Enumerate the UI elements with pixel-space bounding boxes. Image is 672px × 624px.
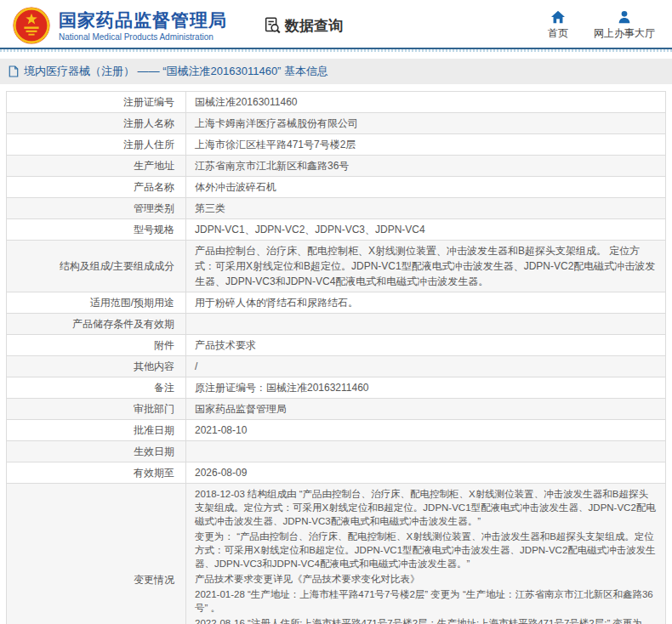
table-row: 有效期至2026-08-09 <box>7 462 666 484</box>
change-paragraph: 2021-01-28 “生产地址：上海市桂平路471号7号楼2层” 变更为 “生… <box>195 587 657 615</box>
table-row: 结构及组成/主要组成成分产品由控制台、治疗床、配电控制柜、X射线测位装置、冲击波… <box>7 241 666 292</box>
row-value: 江苏省南京市江北新区和鑫路36号 <box>186 156 666 177</box>
row-label: 注册人名称 <box>7 113 186 134</box>
header-nav: 首页 网上办事大厅 <box>548 10 660 41</box>
table-row: 备注原注册证编号：国械注准20163211460 <box>7 377 666 399</box>
row-value <box>186 314 666 335</box>
row-label: 变更情况 <box>7 484 186 624</box>
table-row: 变更情况2018-12-03 结构组成由 “产品由控制台、治疗床、配电控制柜、X… <box>7 484 666 624</box>
registration-info: 注册证编号国械注准20163011460注册人名称上海卡姆南洋医疗器械股份有限公… <box>6 91 666 624</box>
row-label: 适用范围/预期用途 <box>7 292 186 314</box>
row-label: 管理类别 <box>7 198 186 219</box>
row-label: 审批部门 <box>7 399 186 420</box>
breadcrumb-text: 境内医疗器械（注册） —— “国械注准20163011460” 基本信息 <box>24 64 328 79</box>
row-label: 其他内容 <box>7 356 186 377</box>
change-paragraph: 2018-12-03 结构组成由 “产品由控制台、治疗床、配电控制柜、X射线测位… <box>195 486 657 529</box>
row-label: 注册证编号 <box>7 92 186 113</box>
table-row: 注册人住所上海市徐汇区桂平路471号7号楼2层 <box>7 134 666 156</box>
row-value: 2018-12-03 结构组成由 “产品由控制台、治疗床、配电控制柜、X射线测位… <box>186 484 666 624</box>
row-label: 生效日期 <box>7 441 186 462</box>
nav-home[interactable]: 首页 <box>548 10 568 41</box>
row-value: 上海市徐汇区桂平路471号7号楼2层 <box>186 134 666 156</box>
change-paragraph: 2022-08-16 “注册人住所:上海市桂平路471号7号楼2层；生产地址:上… <box>195 615 657 624</box>
table-row: 生产地址江苏省南京市江北新区和鑫路36号 <box>7 156 666 177</box>
header-divider <box>0 49 672 52</box>
change-paragraph: 变更为： “产品由控制台、治疗床、配电控制柜、X射线测位装置、冲击波发生器和B超… <box>195 529 657 571</box>
row-value: 2021-08-10 <box>186 420 666 441</box>
row-label: 型号规格 <box>7 219 186 241</box>
person-icon <box>618 10 631 24</box>
row-value: 国械注准20163011460 <box>186 92 666 113</box>
site-title-en: National Medical Products Administration <box>59 32 227 42</box>
row-value: 国家药品监督管理局 <box>186 399 666 420</box>
row-label: 结构及组成/主要组成成分 <box>7 241 186 292</box>
table-row: 附件产品技术要求 <box>7 335 666 356</box>
row-value: JDPN-VC1、JDPN-VC2、JDPN-VC3、JDPN-VC4 <box>186 219 666 241</box>
document-icon <box>9 65 19 77</box>
nav-service-hall[interactable]: 网上办事大厅 <box>594 10 655 41</box>
table-row: 审批部门国家药品监督管理局 <box>7 399 666 420</box>
table-row: 生效日期 <box>7 441 666 462</box>
row-label: 产品储存条件及有效期 <box>7 314 186 335</box>
row-value: 产品由控制台、治疗床、配电控制柜、X射线测位装置、冲击波发生器和B超探头支架组成… <box>186 241 666 292</box>
row-value: 2026-08-09 <box>186 462 666 484</box>
data-query-section[interactable]: 数据查询 <box>263 16 343 36</box>
row-label: 产品名称 <box>7 177 186 198</box>
row-value: 产品技术要求 <box>186 335 666 356</box>
row-value: 第三类 <box>186 198 666 219</box>
row-label: 批准日期 <box>7 420 186 441</box>
row-label: 附件 <box>7 335 186 356</box>
table-row: 注册证编号国械注准20163011460 <box>7 92 666 113</box>
row-value: 原注册证编号：国械注准20163211460 <box>186 377 666 399</box>
site-title: 国家药品监督管理局 National Medical Products Admi… <box>59 10 227 42</box>
breadcrumb: 境内医疗器械（注册） —— “国械注准20163011460” 基本信息 <box>0 59 672 84</box>
table-row: 产品储存条件及有效期 <box>7 314 666 335</box>
nav-home-label: 首页 <box>548 26 568 41</box>
change-paragraph: 产品技术要求变更详见《产品技术要求变化对比表》 <box>195 571 657 587</box>
row-value: 用于粉碎人体的肾结石和尿路结石。 <box>186 292 666 314</box>
row-value: 体外冲击波碎石机 <box>186 177 666 198</box>
table-row: 注册人名称上海卡姆南洋医疗器械股份有限公司 <box>7 113 666 134</box>
data-query-label: 数据查询 <box>285 16 343 36</box>
national-emblem-icon <box>12 6 51 45</box>
row-value: / <box>186 356 666 377</box>
table-row: 型号规格JDPN-VC1、JDPN-VC2、JDPN-VC3、JDPN-VC4 <box>7 219 666 241</box>
table-row: 其他内容/ <box>7 356 666 377</box>
home-icon <box>550 10 566 24</box>
table-row: 产品名称体外冲击波碎石机 <box>7 177 666 198</box>
info-table: 注册证编号国械注准20163011460注册人名称上海卡姆南洋医疗器械股份有限公… <box>6 91 666 624</box>
table-row: 管理类别第三类 <box>7 198 666 219</box>
nav-service-hall-label: 网上办事大厅 <box>594 26 655 41</box>
row-label: 生产地址 <box>7 156 186 177</box>
row-label: 备注 <box>7 377 186 399</box>
row-value: 上海卡姆南洋医疗器械股份有限公司 <box>186 113 666 134</box>
row-value <box>186 441 666 462</box>
row-label: 有效期至 <box>7 462 186 484</box>
table-row: 适用范围/预期用途用于粉碎人体的肾结石和尿路结石。 <box>7 292 666 314</box>
site-title-cn: 国家药品监督管理局 <box>59 10 227 31</box>
table-row: 批准日期2021-08-10 <box>7 420 666 441</box>
row-label: 注册人住所 <box>7 134 186 156</box>
document-search-icon <box>263 16 282 35</box>
page-header: 国家药品监督管理局 National Medical Products Admi… <box>0 0 672 49</box>
